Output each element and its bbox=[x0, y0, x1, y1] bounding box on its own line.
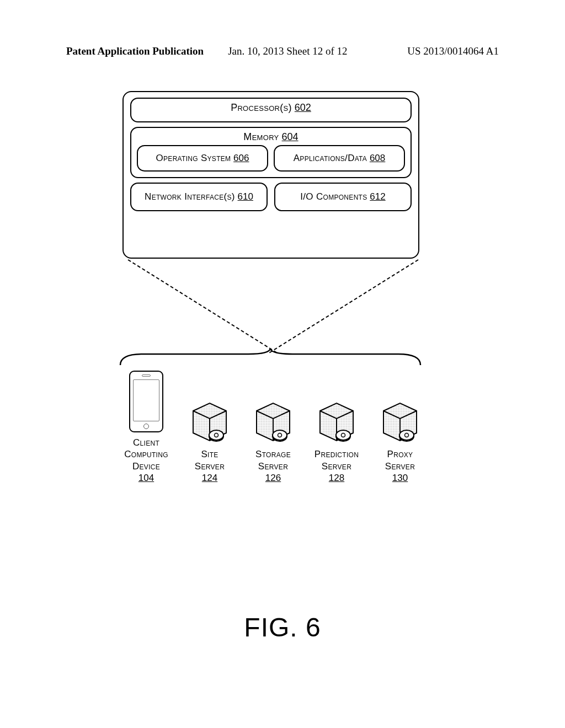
server-icon bbox=[188, 401, 232, 444]
site-line2: Server bbox=[195, 461, 225, 472]
os-ref: 606 bbox=[233, 153, 249, 163]
proxy-line1: Proxy bbox=[387, 449, 413, 459]
os-box: Operating System 606 bbox=[137, 145, 268, 172]
header-right: US 2013/0014064 A1 bbox=[407, 45, 499, 57]
dashed-connector-left bbox=[127, 259, 277, 353]
proxy-server-col: Proxy Server 130 bbox=[370, 401, 430, 484]
page-header: Patent Application Publication Jan. 10, … bbox=[0, 45, 565, 57]
client-line2: Computing bbox=[124, 449, 168, 459]
dashed-connector-right bbox=[269, 259, 419, 353]
client-line1: Client bbox=[133, 437, 159, 448]
storage-line1: Storage bbox=[255, 449, 291, 459]
apps-label: Applications/Data bbox=[294, 153, 367, 163]
site-ref: 124 bbox=[202, 473, 217, 483]
processor-box: Processor(s) 602 bbox=[130, 98, 412, 122]
proxy-ref: 130 bbox=[392, 473, 408, 483]
prediction-server-col: Prediction Server 128 bbox=[306, 401, 367, 484]
header-center: Jan. 10, 2013 Sheet 12 of 12 bbox=[228, 45, 347, 57]
netif-label: Network Interface(s) bbox=[145, 191, 235, 202]
io-box: I/O Components 612 bbox=[274, 183, 412, 211]
apps-ref: 608 bbox=[370, 153, 385, 163]
prediction-line1: Prediction bbox=[315, 449, 359, 459]
memory-ref: 604 bbox=[282, 131, 299, 142]
svg-point-5 bbox=[273, 430, 287, 440]
phone-icon bbox=[129, 371, 163, 432]
processor-ref: 602 bbox=[295, 102, 311, 113]
site-server-col: Site Server 124 bbox=[179, 401, 240, 484]
server-icon bbox=[251, 401, 295, 444]
processor-label: Processor(s) bbox=[231, 102, 292, 113]
io-ref: 612 bbox=[370, 191, 385, 202]
client-line3: Device bbox=[132, 461, 160, 472]
curly-brace-icon bbox=[116, 349, 425, 370]
architecture-box: Processor(s) 602 Memory 604 Operating Sy… bbox=[122, 91, 419, 259]
storage-server-col: Storage Server 126 bbox=[243, 401, 303, 484]
device-row: Client Computing Device 104 Site Server … bbox=[116, 371, 430, 484]
svg-point-2 bbox=[209, 430, 223, 440]
os-label: Operating System bbox=[156, 153, 231, 163]
client-ref: 104 bbox=[138, 473, 154, 483]
header-left: Patent Application Publication bbox=[66, 45, 204, 57]
prediction-ref: 128 bbox=[329, 473, 344, 483]
svg-point-11 bbox=[399, 430, 414, 440]
server-icon bbox=[315, 401, 359, 444]
client-device-col: Client Computing Device 104 bbox=[116, 371, 177, 484]
apps-box: Applications/Data 608 bbox=[274, 145, 405, 172]
storage-ref: 126 bbox=[265, 473, 281, 483]
site-line1: Site bbox=[201, 449, 218, 459]
netif-ref: 610 bbox=[238, 191, 253, 202]
prediction-line2: Server bbox=[322, 461, 351, 472]
storage-line2: Server bbox=[258, 461, 288, 472]
figure-label: FIG. 6 bbox=[0, 612, 565, 643]
proxy-line2: Server bbox=[385, 461, 415, 472]
io-label: I/O Components bbox=[300, 191, 367, 202]
svg-point-8 bbox=[336, 430, 350, 440]
memory-box: Memory 604 Operating System 606 Applicat… bbox=[130, 127, 412, 178]
netif-box: Network Interface(s) 610 bbox=[130, 183, 268, 211]
memory-label: Memory bbox=[243, 131, 279, 142]
server-icon bbox=[378, 401, 422, 444]
